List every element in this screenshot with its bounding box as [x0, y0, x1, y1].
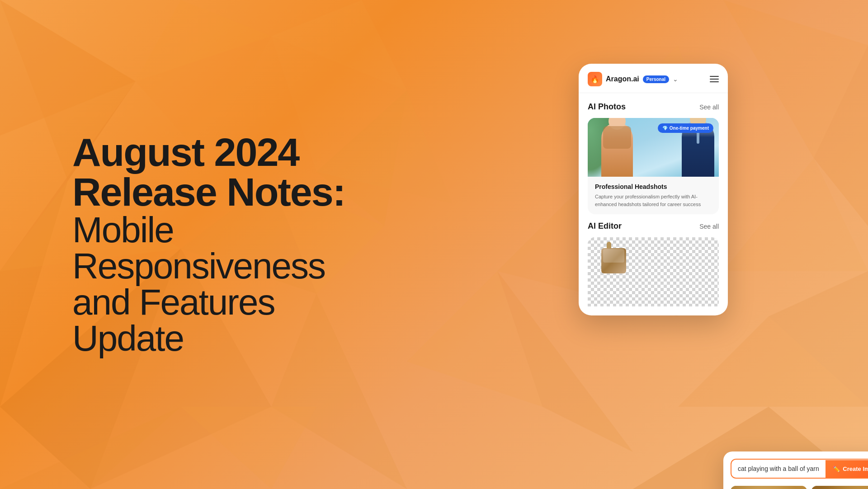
headline-line2: Release Notes:: [72, 172, 389, 212]
headline-line1: August 2024: [72, 132, 389, 172]
photo-card-title: Professional Headshots: [595, 183, 712, 190]
chevron-down-icon[interactable]: ⌄: [673, 75, 678, 83]
photo-card-body: Professional Headshots Capture your prof…: [588, 177, 719, 214]
personal-badge: Personal: [643, 75, 669, 83]
photo-card-description: Capture your professionalism perfectly w…: [595, 193, 712, 208]
ai-editor-title: AI Editor: [588, 221, 622, 231]
ai-photos-title: AI Photos: [588, 102, 626, 112]
nav-bar: 🔥 Aragon.ai Personal ⌄: [579, 64, 728, 93]
phone-mockup-area: 🔥 Aragon.ai Personal ⌄ AI Photos See all: [579, 64, 814, 425]
person-left-figure: [601, 122, 633, 177]
create-image-button[interactable]: ✏️ Create Image: [826, 460, 868, 478]
ai-editor-see-all-link[interactable]: See all: [699, 223, 719, 230]
nav-left: 🔥 Aragon.ai Personal ⌄: [588, 72, 678, 86]
image-prompt-input[interactable]: [731, 460, 826, 478]
perfume-bottle: [601, 242, 626, 273]
diamond-icon: 💎: [662, 126, 668, 131]
pencil-icon: ✏️: [833, 465, 840, 472]
phone-card: 🔥 Aragon.ai Personal ⌄ AI Photos See all: [579, 64, 728, 315]
one-time-payment-badge: 💎 One-time payment: [658, 123, 713, 133]
cat-image-1: [731, 486, 807, 489]
main-headline: August 2024 Release Notes: Mobile Respon…: [72, 132, 389, 357]
floating-search-card: ✏️ Create Image: [723, 451, 868, 489]
ai-editor-card[interactable]: Background Ch... Change the back... crea…: [588, 237, 719, 306]
hamburger-menu-button[interactable]: [710, 76, 719, 82]
photo-hero-image: 💎 One-time payment: [588, 118, 719, 177]
ai-photos-card[interactable]: 💎 One-time payment Professional Headshot…: [588, 118, 719, 214]
ai-photos-section-header: AI Photos See all: [588, 102, 719, 112]
cat-image-2: [811, 486, 868, 489]
content-wrapper: August 2024 Release Notes: Mobile Respon…: [0, 0, 868, 489]
headline-line3: Mobile Responsiveness: [72, 212, 389, 284]
ai-photos-section: AI Photos See all: [579, 93, 728, 221]
ai-editor-section-header: AI Editor See all: [588, 221, 719, 231]
ai-photos-see-all-link[interactable]: See all: [699, 103, 719, 111]
editor-photo-area: [588, 237, 719, 278]
left-text-block: August 2024 Release Notes: Mobile Respon…: [72, 132, 389, 357]
headline-line4: and Features Update: [72, 284, 389, 357]
aragon-logo-icon: 🔥: [588, 72, 602, 86]
ai-editor-section: AI Editor See all: [579, 221, 728, 315]
brand-name: Aragon.ai: [606, 75, 639, 83]
cat-images-grid: [723, 486, 868, 489]
search-bar: ✏️ Create Image: [731, 459, 868, 479]
